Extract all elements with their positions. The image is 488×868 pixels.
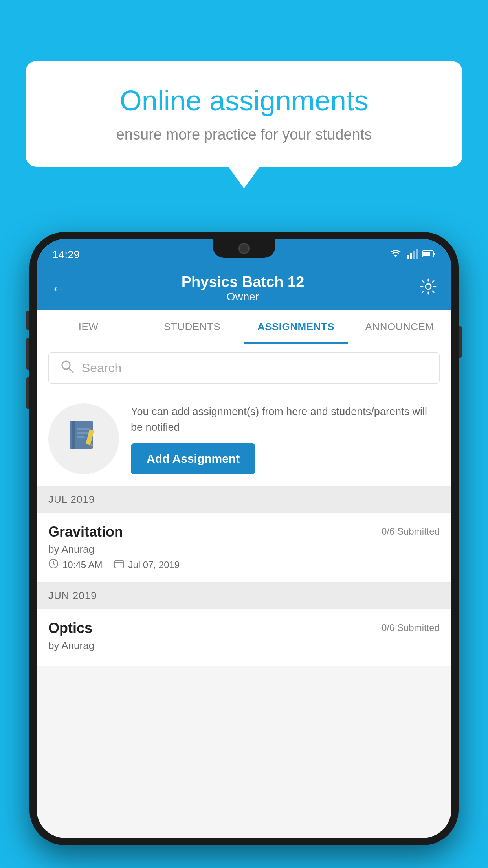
svg-rect-14 bbox=[77, 432, 90, 434]
assignment-name: Gravitation bbox=[48, 524, 123, 540]
promo-icon-wrap bbox=[48, 403, 119, 474]
svg-rect-1 bbox=[407, 255, 409, 259]
tab-students[interactable]: STUDENTS bbox=[140, 310, 244, 344]
month-header-jun: JUN 2019 bbox=[37, 583, 451, 609]
phone-notch bbox=[213, 239, 275, 258]
clock-icon bbox=[48, 559, 59, 571]
promo-text-group: You can add assignment(s) from here and … bbox=[131, 404, 440, 474]
assignment-submitted: 0/6 Submitted bbox=[382, 524, 440, 537]
svg-rect-12 bbox=[72, 421, 75, 449]
speech-bubble: Online assignments ensure more practice … bbox=[26, 61, 462, 167]
header-subtitle: Owner bbox=[182, 291, 305, 303]
app-header: ← Physics Batch 12 Owner bbox=[37, 267, 451, 310]
add-assignment-button[interactable]: Add Assignment bbox=[131, 443, 255, 474]
svg-rect-13 bbox=[77, 428, 90, 430]
search-placeholder: Search bbox=[82, 361, 121, 375]
phone-wrapper: 14:29 bbox=[29, 232, 459, 845]
assignment-by: by Anurag bbox=[48, 543, 440, 555]
svg-rect-4 bbox=[416, 249, 418, 259]
phone-volume-down bbox=[26, 377, 29, 409]
svg-line-20 bbox=[53, 564, 55, 565]
header-title: Physics Batch 12 bbox=[182, 274, 305, 291]
month-header-jul: JUL 2019 bbox=[37, 486, 451, 513]
phone-volume-silent bbox=[26, 311, 29, 330]
assignment-top-row-optics: Optics 0/6 Submitted bbox=[48, 620, 440, 636]
svg-rect-21 bbox=[115, 560, 123, 568]
status-icons bbox=[389, 249, 436, 260]
phone-power-button bbox=[459, 326, 462, 358]
assignment-item-gravitation[interactable]: Gravitation 0/6 Submitted by Anurag bbox=[37, 513, 451, 583]
settings-button[interactable] bbox=[419, 278, 437, 299]
speech-bubble-title: Online assignments bbox=[53, 85, 435, 117]
promo-description: You can add assignment(s) from here and … bbox=[131, 404, 440, 436]
assignment-item-optics[interactable]: Optics 0/6 Submitted by Anurag bbox=[37, 609, 451, 666]
battery-icon bbox=[422, 250, 436, 259]
assignment-name-optics: Optics bbox=[48, 620, 92, 636]
svg-point-8 bbox=[426, 284, 431, 289]
phone-camera bbox=[238, 243, 250, 254]
svg-line-10 bbox=[69, 368, 73, 372]
back-button[interactable]: ← bbox=[51, 280, 66, 297]
assignment-date: Jul 07, 2019 bbox=[114, 559, 180, 571]
assignment-submitted-optics: 0/6 Submitted bbox=[382, 620, 440, 633]
phone-volume-up bbox=[26, 338, 29, 370]
svg-rect-7 bbox=[434, 253, 435, 255]
svg-rect-3 bbox=[413, 251, 415, 259]
tab-assignments[interactable]: ASSIGNMENTS bbox=[244, 310, 348, 344]
tab-announcements[interactable]: ANNOUNCEM bbox=[348, 310, 451, 344]
tab-iew[interactable]: IEW bbox=[37, 310, 140, 344]
svg-rect-2 bbox=[410, 253, 412, 259]
search-container: Search bbox=[37, 344, 451, 392]
assignment-meta: 10:45 AM Jul 07, 2019 bbox=[48, 559, 440, 571]
assignment-icon bbox=[66, 417, 101, 460]
promo-section: You can add assignment(s) from here and … bbox=[37, 392, 451, 486]
calendar-icon bbox=[114, 559, 124, 571]
speech-bubble-container: Online assignments ensure more practice … bbox=[26, 61, 462, 188]
signal-icon bbox=[407, 249, 418, 260]
svg-marker-0 bbox=[394, 255, 397, 257]
speech-bubble-tail bbox=[228, 167, 260, 188]
phone-screen: 14:29 bbox=[37, 239, 451, 838]
svg-rect-6 bbox=[423, 252, 430, 256]
header-title-group: Physics Batch 12 Owner bbox=[182, 274, 305, 303]
assignment-top-row: Gravitation 0/6 Submitted bbox=[48, 524, 440, 540]
wifi-icon bbox=[389, 249, 402, 260]
search-icon bbox=[61, 360, 74, 376]
assignment-time: 10:45 AM bbox=[48, 559, 102, 571]
speech-bubble-subtitle: ensure more practice for your students bbox=[53, 126, 435, 143]
assignment-by-optics: by Anurag bbox=[48, 640, 440, 652]
phone-outer: 14:29 bbox=[29, 232, 459, 845]
search-bar[interactable]: Search bbox=[48, 352, 440, 384]
status-time: 14:29 bbox=[52, 248, 80, 261]
svg-rect-15 bbox=[77, 436, 85, 438]
tabs-bar: IEW STUDENTS ASSIGNMENTS ANNOUNCEM bbox=[37, 310, 451, 344]
